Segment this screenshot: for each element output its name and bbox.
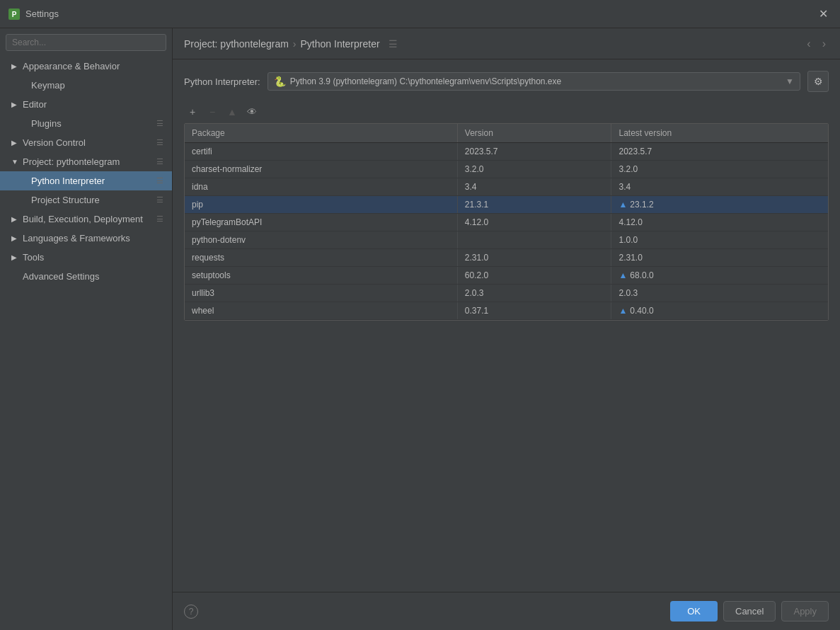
col-header-latest: Latest version bbox=[611, 124, 828, 143]
sidebar: ▶Appearance & Behavior▶Keymap▶Editor▶Plu… bbox=[0, 28, 173, 630]
package-name: idna bbox=[185, 178, 457, 196]
package-latest: ▲0.40.0 bbox=[611, 302, 828, 320]
table-row[interactable]: pip 21.3.1 ▲23.1.2 bbox=[185, 196, 828, 214]
package-version: 2023.5.7 bbox=[457, 143, 611, 161]
package-name: certifi bbox=[185, 143, 457, 161]
sidebar-item-label: Keymap bbox=[31, 80, 65, 91]
upgrade-arrow-icon: ▲ bbox=[619, 200, 627, 210]
package-version: 2.31.0 bbox=[457, 249, 611, 267]
sidebar-item-label: Python Interpreter bbox=[31, 176, 105, 186]
item-module-icon: ☰ bbox=[156, 176, 163, 185]
chevron-icon: ▶ bbox=[11, 62, 20, 70]
package-version: 2.0.3 bbox=[457, 285, 611, 302]
table-header-row: Package Version Latest version bbox=[185, 124, 828, 143]
sidebar-item-project-structure[interactable]: ▶Project Structure☰ bbox=[0, 190, 172, 210]
packages-table: Package Version Latest version certifi 2… bbox=[185, 124, 828, 320]
package-version: 4.12.0 bbox=[457, 214, 611, 231]
sidebar-item-version-control[interactable]: ▶Version Control☰ bbox=[0, 133, 172, 152]
app-icon: P bbox=[8, 8, 20, 20]
forward-button[interactable]: › bbox=[819, 36, 829, 52]
python-icon: 🐍 bbox=[274, 76, 286, 87]
package-latest: 2023.5.7 bbox=[611, 143, 828, 161]
sidebar-item-tools[interactable]: ▶Tools bbox=[0, 248, 172, 267]
chevron-icon: ▶ bbox=[11, 215, 20, 223]
item-module-icon: ☰ bbox=[156, 119, 163, 128]
interpreter-dropdown[interactable]: 🐍 Python 3.9 (pythontelegram) C:\pythont… bbox=[267, 72, 800, 91]
chevron-icon: ▶ bbox=[11, 234, 20, 242]
package-version: 21.3.1 bbox=[457, 196, 611, 214]
add-package-button[interactable]: + bbox=[184, 103, 201, 120]
package-version bbox=[457, 231, 611, 249]
sidebar-item-label: Tools bbox=[23, 252, 44, 263]
settings-gear-icon: ⚙ bbox=[814, 76, 823, 87]
window-title: Settings bbox=[25, 8, 59, 19]
sidebar-item-languages[interactable]: ▶Languages & Frameworks bbox=[0, 229, 172, 248]
header-nav-icons: ‹ › bbox=[804, 36, 829, 52]
table-row[interactable]: urllib3 2.0.3 2.0.3 bbox=[185, 285, 828, 302]
sidebar-item-keymap[interactable]: ▶Keymap bbox=[0, 76, 172, 95]
package-name: pyTelegramBotAPI bbox=[185, 214, 457, 231]
chevron-icon: ▶ bbox=[11, 101, 20, 108]
interpreter-row: Python Interpreter: 🐍 Python 3.9 (python… bbox=[184, 71, 829, 92]
move-up-button[interactable]: ▲ bbox=[224, 103, 241, 120]
cancel-button[interactable]: Cancel bbox=[723, 601, 776, 622]
close-button[interactable]: ✕ bbox=[815, 6, 832, 23]
item-module-icon: ☰ bbox=[156, 138, 163, 147]
item-module-icon: ☰ bbox=[156, 157, 163, 166]
package-name: python-dotenv bbox=[185, 231, 457, 249]
title-bar: P Settings ✕ bbox=[0, 0, 840, 28]
sidebar-item-plugins[interactable]: ▶Plugins☰ bbox=[0, 114, 172, 133]
apply-button[interactable]: Apply bbox=[781, 601, 829, 622]
package-latest: 2.0.3 bbox=[611, 285, 828, 302]
package-latest: 4.12.0 bbox=[611, 214, 828, 231]
package-version: 3.4 bbox=[457, 178, 611, 196]
item-module-icon: ☰ bbox=[156, 195, 163, 205]
content-body: Python Interpreter: 🐍 Python 3.9 (python… bbox=[173, 59, 840, 592]
table-row[interactable]: charset-normalizer 3.2.0 3.2.0 bbox=[185, 161, 828, 178]
package-version: 0.37.1 bbox=[457, 302, 611, 320]
package-name: setuptools bbox=[185, 267, 457, 285]
sidebar-item-advanced[interactable]: ▶Advanced Settings bbox=[0, 267, 172, 286]
breadcrumb-current: Python Interpreter bbox=[301, 38, 380, 50]
show-installed-button[interactable]: 👁 bbox=[243, 103, 260, 120]
sidebar-item-label: Appearance & Behavior bbox=[23, 61, 120, 71]
table-row[interactable]: certifi 2023.5.7 2023.5.7 bbox=[185, 143, 828, 161]
interpreter-settings-button[interactable]: ⚙ bbox=[807, 71, 829, 92]
col-header-package: Package bbox=[185, 124, 457, 143]
sidebar-item-python-interpreter[interactable]: ▶Python Interpreter☰ bbox=[0, 171, 172, 190]
module-icon: ☰ bbox=[389, 38, 398, 50]
bottom-right: OK Cancel Apply bbox=[670, 601, 829, 622]
package-latest: 3.2.0 bbox=[611, 161, 828, 178]
table-row[interactable]: pyTelegramBotAPI 4.12.0 4.12.0 bbox=[185, 214, 828, 231]
search-input[interactable] bbox=[6, 34, 166, 51]
breadcrumb: Project: pythontelegram › Python Interpr… bbox=[184, 38, 398, 50]
table-row[interactable]: requests 2.31.0 2.31.0 bbox=[185, 249, 828, 267]
back-button[interactable]: ‹ bbox=[804, 36, 813, 52]
sidebar-item-label: Editor bbox=[23, 99, 47, 110]
sidebar-item-project[interactable]: ▼Project: pythontelegram☰ bbox=[0, 152, 172, 171]
upgrade-arrow-icon: ▲ bbox=[619, 270, 627, 280]
table-row[interactable]: python-dotenv 1.0.0 bbox=[185, 231, 828, 249]
bottom-bar: ? OK Cancel Apply bbox=[173, 592, 840, 630]
remove-package-button[interactable]: − bbox=[204, 103, 221, 120]
table-row[interactable]: setuptools 60.2.0 ▲68.0.0 bbox=[185, 267, 828, 285]
package-latest: 2.31.0 bbox=[611, 249, 828, 267]
interpreter-label: Python Interpreter: bbox=[184, 76, 260, 87]
package-latest: ▲68.0.0 bbox=[611, 267, 828, 285]
package-name: wheel bbox=[185, 302, 457, 320]
table-row[interactable]: wheel 0.37.1 ▲0.40.0 bbox=[185, 302, 828, 320]
package-latest: 1.0.0 bbox=[611, 231, 828, 249]
svg-text:P: P bbox=[12, 11, 17, 18]
dropdown-chevron-icon: ▼ bbox=[786, 76, 794, 86]
sidebar-item-label: Project: pythontelegram bbox=[23, 156, 120, 167]
sidebar-item-build-exec[interactable]: ▶Build, Execution, Deployment☰ bbox=[0, 210, 172, 229]
interpreter-value: Python 3.9 (pythontelegram) C:\pythontel… bbox=[290, 76, 562, 86]
sidebar-item-editor[interactable]: ▶Editor bbox=[0, 95, 172, 114]
ok-button[interactable]: OK bbox=[670, 601, 718, 622]
sidebar-item-appearance[interactable]: ▶Appearance & Behavior bbox=[0, 57, 172, 76]
help-button[interactable]: ? bbox=[184, 605, 198, 619]
packages-toolbar: + − ▲ 👁 bbox=[184, 103, 829, 120]
table-row[interactable]: idna 3.4 3.4 bbox=[185, 178, 828, 196]
item-module-icon: ☰ bbox=[156, 214, 163, 224]
packages-table-container: Package Version Latest version certifi 2… bbox=[184, 123, 829, 321]
